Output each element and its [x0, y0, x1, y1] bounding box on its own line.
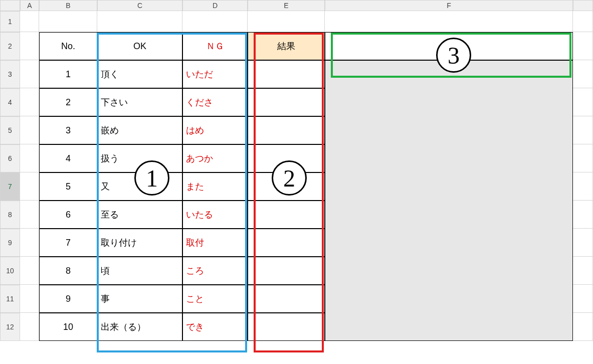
cell-no[interactable]: 5	[39, 172, 97, 201]
cell-no[interactable]: 7	[39, 229, 97, 257]
cell[interactable]	[20, 116, 39, 144]
cell-ok[interactable]: 嵌め	[97, 116, 182, 144]
col-header-extra[interactable]	[573, 0, 593, 11]
cell-ng[interactable]: 取付	[182, 229, 248, 257]
header-ng[interactable]: ＮＧ	[182, 32, 248, 60]
col-header-C[interactable]: C	[97, 0, 182, 11]
cell[interactable]	[20, 229, 39, 257]
cell-no[interactable]: 8	[39, 257, 97, 285]
cell[interactable]	[573, 116, 593, 144]
cell-result[interactable]	[248, 116, 325, 144]
cell[interactable]	[39, 11, 97, 32]
cell[interactable]	[573, 229, 593, 257]
cell[interactable]	[20, 11, 39, 32]
cell-ng[interactable]: あつか	[182, 144, 248, 172]
cell[interactable]	[97, 11, 182, 32]
cell[interactable]	[573, 88, 593, 116]
cell[interactable]	[573, 313, 593, 341]
cell-ok[interactable]: 至る	[97, 201, 182, 229]
cell-result[interactable]	[248, 313, 325, 341]
col-header-A[interactable]: A	[20, 0, 39, 11]
cell[interactable]	[573, 285, 593, 313]
row-header-8[interactable]: 8	[0, 201, 20, 229]
cell[interactable]	[20, 257, 39, 285]
cell-ok[interactable]: 頃	[97, 257, 182, 285]
cell-result[interactable]	[248, 172, 325, 201]
cell-result[interactable]	[248, 60, 325, 88]
row-header-3[interactable]: 3	[0, 60, 20, 88]
row-header-12[interactable]: 12	[0, 313, 20, 341]
cell-ok[interactable]: 下さい	[97, 88, 182, 116]
cell-result[interactable]	[248, 229, 325, 257]
cell[interactable]	[20, 144, 39, 172]
cell-ng[interactable]: はめ	[182, 116, 248, 144]
cell-ng[interactable]: くださ	[182, 88, 248, 116]
cell[interactable]	[248, 11, 325, 32]
cell[interactable]	[182, 11, 248, 32]
row-header-7[interactable]: 7	[0, 172, 20, 201]
cell[interactable]	[20, 88, 39, 116]
cell-no[interactable]: 2	[39, 88, 97, 116]
cell-result[interactable]	[248, 201, 325, 229]
cell-ok[interactable]: 扱う	[97, 144, 182, 172]
row-header-1[interactable]: 1	[0, 11, 20, 32]
cell-ng[interactable]: ころ	[182, 257, 248, 285]
cell-result[interactable]	[248, 257, 325, 285]
cell[interactable]	[325, 11, 573, 32]
header-ok[interactable]: OK	[97, 32, 182, 60]
cell-ng[interactable]: また	[182, 172, 248, 201]
cell-no[interactable]: 1	[39, 60, 97, 88]
cell-ok[interactable]: 頂く	[97, 60, 182, 88]
cell[interactable]	[20, 285, 39, 313]
cell[interactable]	[20, 60, 39, 88]
cell-ng[interactable]: こと	[182, 285, 248, 313]
cell-result[interactable]	[248, 144, 325, 172]
cell-no[interactable]: 4	[39, 144, 97, 172]
cell-ok[interactable]: 取り付け	[97, 229, 182, 257]
cell-result[interactable]	[248, 88, 325, 116]
header-f-blank[interactable]	[325, 32, 573, 60]
cell[interactable]	[20, 32, 39, 60]
cell[interactable]	[573, 257, 593, 285]
row-header-10[interactable]: 10	[0, 257, 20, 285]
cell[interactable]	[573, 144, 593, 172]
cell-ok[interactable]: 出来（る）	[97, 313, 182, 341]
row-header-2[interactable]: 2	[0, 32, 20, 60]
cell[interactable]	[573, 60, 593, 88]
cell-ng[interactable]: いただ	[182, 60, 248, 88]
cell-ok[interactable]: 又	[97, 172, 182, 201]
row-header-9[interactable]: 9	[0, 229, 20, 257]
cell-ng[interactable]: でき	[182, 313, 248, 341]
row-header-11[interactable]: 11	[0, 285, 20, 313]
cell[interactable]	[573, 32, 593, 60]
cell-result[interactable]	[248, 285, 325, 313]
col-header-D[interactable]: D	[182, 0, 248, 11]
col-header-B[interactable]: B	[39, 0, 97, 11]
cell-ng[interactable]: いたる	[182, 201, 248, 229]
cell[interactable]	[573, 172, 593, 201]
row-header-5[interactable]: 5	[0, 116, 20, 144]
big-f-area[interactable]	[325, 60, 573, 341]
cell[interactable]	[20, 201, 39, 229]
cell-no[interactable]: 3	[39, 116, 97, 144]
col-header-F[interactable]: F	[325, 0, 573, 11]
cell-no[interactable]: 10	[39, 313, 97, 341]
col-header-E[interactable]: E	[248, 0, 325, 11]
cell[interactable]	[573, 201, 593, 229]
header-result[interactable]: 結果	[248, 32, 325, 60]
cell[interactable]	[573, 11, 593, 32]
cell[interactable]	[20, 313, 39, 341]
cell-no[interactable]: 6	[39, 201, 97, 229]
select-all-corner[interactable]	[0, 0, 20, 11]
cell-no[interactable]: 9	[39, 285, 97, 313]
row-header-6[interactable]: 6	[0, 144, 20, 172]
header-no[interactable]: No.	[39, 32, 97, 60]
cell-ok[interactable]: 事	[97, 285, 182, 313]
cell[interactable]	[20, 172, 39, 201]
row-header-4[interactable]: 4	[0, 88, 20, 116]
